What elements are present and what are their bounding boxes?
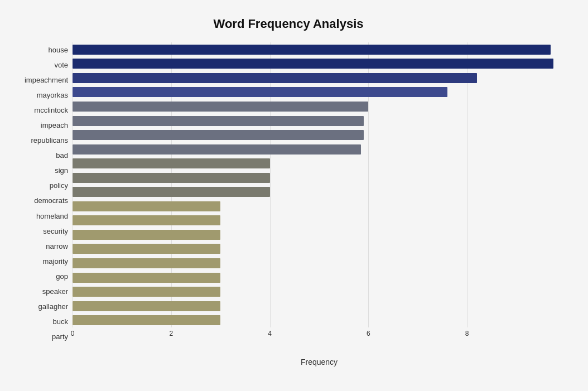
y-label: gop	[11, 269, 68, 283]
bar-row	[73, 71, 566, 85]
y-label: republicans	[11, 133, 68, 148]
bar	[73, 59, 553, 69]
bar-row	[73, 100, 566, 113]
bar-row	[73, 257, 566, 270]
bar	[73, 116, 364, 126]
y-label: vote	[11, 58, 68, 73]
bar-row	[73, 214, 566, 227]
bar-row	[73, 200, 566, 213]
bar	[73, 173, 270, 183]
x-tick: 2	[169, 330, 173, 337]
bar-row	[73, 242, 566, 255]
bar	[73, 130, 364, 140]
bar-row	[73, 143, 566, 156]
y-label: democrats	[11, 194, 68, 208]
y-label: impeach	[11, 118, 68, 133]
bar	[73, 230, 220, 240]
bar	[73, 244, 220, 254]
bar	[73, 315, 220, 325]
bar-row	[73, 313, 566, 327]
y-label: security	[11, 224, 68, 238]
chart-title: Word Frequency Analysis	[11, 17, 566, 31]
y-label: mayorkas	[11, 88, 68, 103]
x-axis-label: Frequency	[301, 358, 338, 366]
chart-container: Word Frequency Analysis housevoteimpeach…	[6, 6, 582, 391]
y-axis: housevoteimpeachmentmayorkasmcclintockim…	[11, 42, 73, 344]
y-label: buck	[11, 314, 68, 329]
x-axis: Frequency 02468	[73, 327, 566, 344]
chart-area: housevoteimpeachmentmayorkasmcclintockim…	[11, 42, 566, 344]
bar-row	[73, 285, 566, 298]
y-label: gallagher	[11, 299, 68, 313]
y-label: speaker	[11, 284, 68, 298]
x-tick: 0	[71, 330, 75, 337]
y-label: impeachment	[11, 73, 68, 88]
bars-and-grid: Frequency 02468	[73, 42, 566, 344]
y-label: majority	[11, 254, 68, 268]
bar	[73, 158, 270, 168]
bar-row	[73, 300, 566, 313]
bar	[73, 45, 551, 55]
bar	[73, 73, 477, 83]
y-label: bad	[11, 148, 68, 163]
bar-row	[73, 185, 566, 199]
y-label: sign	[11, 163, 68, 178]
bar-row	[73, 114, 566, 128]
bar-row	[73, 43, 566, 56]
x-tick: 6	[367, 330, 370, 337]
bar-row	[73, 85, 566, 99]
x-tick: 8	[465, 330, 469, 337]
bar-row	[73, 57, 566, 70]
bar	[73, 301, 220, 311]
bar-row	[73, 271, 566, 284]
y-label: narrow	[11, 239, 68, 253]
bar	[73, 87, 447, 97]
bar-row	[73, 157, 566, 170]
bar	[73, 201, 220, 211]
y-label: policy	[11, 178, 68, 193]
bar	[73, 215, 220, 225]
y-label: house	[11, 43, 68, 57]
y-label: homeland	[11, 209, 68, 223]
x-tick: 4	[268, 330, 272, 337]
bar	[73, 144, 361, 155]
bar-row	[73, 128, 566, 142]
bar	[73, 187, 270, 197]
bar	[73, 273, 220, 283]
bar-row	[73, 228, 566, 242]
bar	[73, 258, 220, 268]
bar	[73, 287, 220, 297]
bars-wrapper	[73, 42, 566, 327]
bar-row	[73, 171, 566, 185]
y-label: mcclintock	[11, 103, 68, 118]
y-label: party	[11, 329, 68, 344]
bar	[73, 102, 368, 112]
